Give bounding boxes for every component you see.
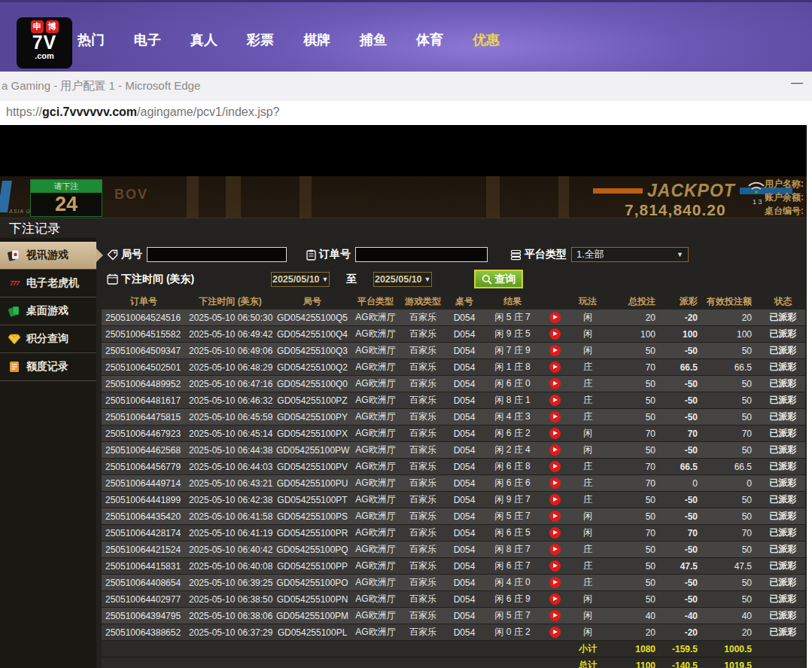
cell-order-id: 250510064435420 (102, 508, 186, 525)
order-id-input[interactable] (355, 247, 488, 262)
replay-play-button[interactable] (549, 444, 561, 456)
cell-total-bet: 70 (607, 459, 665, 475)
cell-game-type: 百家乐 (401, 608, 445, 624)
platform-type-select[interactable]: 1.全部 ▼ (571, 247, 689, 262)
cell-play: 庄 (568, 541, 607, 558)
cell-game-type: 百家乐 (401, 558, 445, 575)
table-row: 250510064449714 2025-05-10 06:43:21 GD05… (102, 475, 805, 492)
slot-777-icon: 777 (8, 277, 21, 289)
date-from-picker[interactable]: 2025/05/10 ▼ (271, 272, 330, 287)
minimize-button[interactable]: — (791, 76, 803, 90)
sidebar-item-table-games[interactable]: 桌面游戏 (0, 297, 96, 325)
countdown-value: 24 (31, 193, 102, 215)
table-row: 250510064441899 2025-05-10 06:42:38 GD05… (102, 492, 805, 508)
sidebar-item-video-games[interactable]: 视讯游戏 (0, 242, 96, 270)
cell-table-no: D054 (445, 459, 484, 475)
cell-payout: 66.5 (665, 359, 707, 376)
cell-table-no: D054 (445, 608, 484, 624)
round-id-input[interactable] (147, 247, 287, 262)
cell-result: 闲 4 庄 0 (484, 575, 541, 591)
cell-replay (541, 525, 568, 541)
replay-play-button[interactable] (549, 428, 561, 439)
nav-item-live[interactable]: 真人 (190, 31, 247, 49)
cell-table-no: D054 (445, 426, 484, 442)
cell-platform: AG欧洲厅 (350, 442, 401, 459)
cell-result: 闲 1 庄 8 (484, 359, 541, 376)
calendar-icon (107, 273, 118, 285)
pillar-decor (558, 176, 569, 218)
cell-valid-bet: 50 (707, 541, 761, 558)
table-row: 250510064402977 2025-05-10 06:38:50 GD05… (102, 591, 805, 608)
replay-play-button[interactable] (549, 527, 561, 538)
cell-status: 已派彩 (761, 326, 805, 343)
replay-play-button[interactable] (549, 378, 561, 389)
cell-order-id: 250510064421524 (102, 541, 186, 558)
replay-play-button[interactable] (549, 461, 561, 472)
replay-play-button[interactable] (549, 610, 561, 621)
url-text[interactable]: https://gci.7vvvvvv.com/agingame/pcv1/in… (6, 105, 280, 119)
cell-status: 已派彩 (761, 575, 805, 591)
cell-game-type: 百家乐 (401, 591, 445, 608)
col-table-no: 桌号 (445, 294, 484, 310)
replay-play-button[interactable] (549, 577, 561, 588)
replay-play-button[interactable] (549, 361, 561, 373)
cell-order-id: 250510064475815 (102, 409, 186, 426)
cell-total-bet: 100 (607, 326, 665, 343)
replay-play-button[interactable] (549, 328, 561, 340)
replay-play-button[interactable] (549, 345, 561, 356)
table-index-numbers: 1 3 (753, 197, 762, 206)
replay-play-button[interactable] (549, 511, 561, 522)
cell-round-id: GD054255100PQ (275, 541, 350, 558)
site-logo[interactable]: 申 博 7V .com (17, 17, 72, 69)
cell-order-id: 250510064462568 (102, 442, 186, 459)
nav-item-fishing[interactable]: 捕鱼 (360, 31, 416, 49)
search-button[interactable]: 查询 (474, 270, 523, 288)
replay-play-button[interactable] (549, 477, 561, 489)
cell-status: 已派彩 (761, 508, 805, 525)
replay-play-button[interactable] (549, 494, 561, 505)
date-to-picker[interactable]: 2025/05/10 ▼ (373, 272, 432, 287)
browser-urlbar[interactable]: https://gci.7vvvvvv.com/agingame/pcv1/in… (0, 101, 812, 126)
table-row: 250510064408654 2025-05-10 06:39:25 GD05… (102, 575, 805, 591)
cell-valid-bet: 40 (707, 608, 761, 624)
nav-item-hot[interactable]: 热门 (78, 31, 134, 49)
nav-item-promo[interactable]: 优惠 (473, 31, 529, 49)
cell-valid-bet: 50 (707, 392, 761, 409)
cell-total-bet: 50 (607, 392, 665, 409)
cell-bet-time: 2025-05-10 06:38:06 (186, 608, 275, 624)
cell-valid-bet: 70 (707, 525, 761, 541)
nav-item-lottery[interactable]: 彩票 (247, 31, 303, 49)
replay-play-button[interactable] (549, 593, 561, 605)
sidebar-item-points[interactable]: 积分查询 (0, 325, 96, 353)
cell-game-type: 百家乐 (401, 409, 445, 426)
table-row: 250510064481617 2025-05-10 06:46:32 GD05… (102, 392, 805, 409)
replay-play-button[interactable] (549, 411, 561, 422)
subtotal-label: 小计 (568, 641, 607, 657)
cell-total-bet: 40 (607, 608, 665, 624)
cell-order-id: 250510064388652 (102, 624, 186, 641)
nav-item-sports[interactable]: 体育 (416, 31, 473, 49)
cell-payout: 70 (665, 426, 707, 442)
total-payout: -140.5 (665, 657, 707, 668)
replay-play-button[interactable] (549, 312, 561, 323)
col-payout: 派彩 (665, 294, 707, 310)
replay-play-button[interactable] (549, 544, 561, 555)
cell-status: 已派彩 (761, 525, 805, 541)
subtotal-payout: -159.5 (665, 641, 707, 657)
cell-table-no: D054 (445, 310, 484, 326)
cell-payout: 70 (665, 525, 707, 541)
table-row: 250510064509347 2025-05-10 06:49:06 GD05… (102, 343, 805, 359)
replay-play-button[interactable] (549, 560, 561, 572)
replay-play-button[interactable] (549, 395, 561, 406)
cell-result: 闲 8 庄 1 (484, 392, 541, 409)
sidebar-item-slots[interactable]: 777 电子老虎机 (0, 270, 96, 297)
subtotal-row: 小计 1080 -159.5 1000.5 (102, 641, 805, 657)
replay-play-button[interactable] (549, 627, 561, 638)
cell-payout: -50 (665, 492, 707, 508)
cell-bet-time: 2025-05-10 06:45:14 (186, 426, 275, 442)
cell-total-bet: 50 (607, 508, 665, 525)
nav-item-chess[interactable]: 棋牌 (303, 31, 360, 49)
nav-item-electronic[interactable]: 电子 (134, 31, 190, 49)
sidebar-item-credit-log[interactable]: 额度记录 (0, 353, 96, 381)
cell-play: 庄 (568, 392, 607, 409)
